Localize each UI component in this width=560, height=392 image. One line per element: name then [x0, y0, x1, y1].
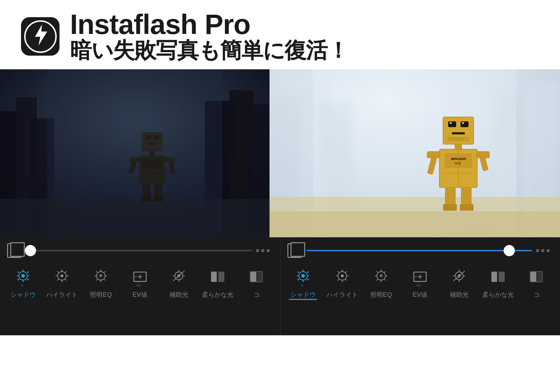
dot-r3	[547, 249, 550, 252]
svg-rect-23	[141, 196, 151, 201]
shadow-label-left: シャドウ	[10, 290, 36, 299]
tool-soft-right[interactable]: 柔らかな光	[478, 265, 517, 300]
svg-point-114	[298, 279, 299, 280]
ev-label-right: EV値	[413, 290, 427, 299]
highlight-icon-right: -	[333, 269, 351, 287]
svg-rect-34	[270, 211, 560, 237]
svg-line-75	[65, 271, 66, 273]
eq-icon-right: EQ	[372, 269, 390, 287]
fill-label-left: 補助光	[169, 290, 188, 299]
tool-contrast-right[interactable]: コ	[518, 265, 556, 300]
svg-rect-22	[154, 184, 162, 198]
tool-soft-left[interactable]: 柔らかな光	[198, 265, 237, 300]
ev-label-left: EV値	[133, 290, 147, 299]
slider-thumb-left[interactable]	[25, 245, 36, 256]
svg-point-65	[27, 272, 28, 273]
svg-text:co.jp: co.jp	[455, 161, 461, 165]
svg-rect-106	[250, 272, 256, 282]
ev-icon-left: +/-	[131, 269, 149, 287]
tools-row-right: + シャドウ	[280, 262, 560, 335]
svg-rect-159	[537, 272, 542, 282]
fill-icon-left	[170, 269, 188, 287]
dot-r1	[536, 249, 539, 252]
more-dots-left[interactable]	[256, 249, 273, 252]
tool-ev-left[interactable]: +/- EV値	[120, 265, 159, 300]
slider-track-right[interactable]	[306, 250, 532, 251]
svg-line-139	[377, 279, 378, 280]
dot-3	[267, 249, 270, 252]
svg-marker-0	[35, 24, 47, 46]
svg-rect-107	[256, 272, 262, 282]
svg-rect-14	[149, 152, 155, 156]
tool-fill-left[interactable]: 補助光	[159, 265, 198, 300]
pages-icon-right	[287, 243, 302, 258]
svg-point-62	[18, 279, 19, 280]
svg-rect-17	[130, 158, 139, 162]
svg-rect-11	[145, 135, 152, 139]
photos-row: amazon co.jp	[0, 69, 560, 237]
tool-shadow-right[interactable]: + シャドウ	[284, 265, 323, 300]
svg-rect-39	[462, 122, 464, 124]
soft-icon-left	[209, 269, 227, 287]
ui-panels-row: + シャドウ	[0, 237, 560, 335]
contrast-label-left: コ	[254, 290, 260, 299]
svg-point-118	[301, 274, 305, 278]
svg-line-128	[338, 279, 339, 280]
svg-text:EQ: EQ	[98, 275, 102, 278]
eq-label-left: 照明EQ	[90, 290, 112, 299]
svg-line-76	[57, 279, 59, 280]
svg-point-77	[61, 274, 64, 278]
svg-rect-13	[147, 143, 158, 145]
svg-line-87	[96, 279, 98, 280]
tool-highlight-right[interactable]: - ハイライト	[323, 265, 362, 300]
svg-point-129	[341, 274, 344, 278]
tool-highlight-left[interactable]: - ハイライト	[42, 265, 81, 300]
tools-row-left: + シャドウ	[0, 262, 280, 335]
tool-fill-right[interactable]: 補助光	[440, 265, 478, 300]
pages-icon-left	[7, 243, 22, 258]
svg-rect-50	[476, 152, 489, 158]
photo-before	[0, 69, 270, 237]
slider-row-left	[0, 237, 280, 262]
highlight-label-right: ハイライト	[327, 290, 358, 299]
fill-icon-right	[450, 269, 468, 287]
svg-rect-155	[491, 272, 497, 282]
tool-shadow-left[interactable]: + シャドウ	[4, 265, 42, 300]
fill-label-right: 補助光	[450, 290, 469, 299]
contrast-label-right: コ	[534, 290, 540, 299]
slider-thumb-right[interactable]	[504, 245, 515, 256]
slider-track-left[interactable]	[26, 250, 252, 251]
more-dots-right[interactable]	[536, 249, 553, 252]
svg-rect-40	[452, 132, 465, 134]
svg-rect-54	[461, 188, 471, 206]
svg-line-136	[377, 271, 378, 273]
tool-ev-right[interactable]: +/- EV値	[401, 265, 440, 300]
app-title: Instaflash Pro	[70, 10, 349, 38]
svg-rect-41	[447, 137, 469, 141]
svg-text:+/-: +/-	[416, 283, 421, 287]
svg-line-125	[338, 271, 339, 273]
svg-point-63	[27, 279, 28, 280]
tool-eq-left[interactable]: EQ 照明EQ	[82, 265, 120, 300]
svg-rect-16	[142, 159, 162, 169]
svg-line-86	[104, 271, 105, 273]
shadow-icon-left: +	[14, 269, 32, 287]
ui-panel-left: + シャドウ	[0, 237, 280, 335]
app-subtitle: 暗い失敗写真も簡単に復活！	[70, 38, 349, 62]
header-text: Instaflash Pro 暗い失敗写真も簡単に復活！	[70, 10, 349, 62]
photo-after: amazon co.jp	[270, 69, 560, 237]
soft-label-right: 柔らかな光	[482, 290, 514, 299]
svg-rect-55	[443, 204, 457, 211]
svg-text:-: -	[60, 284, 61, 287]
slider-row-right	[280, 237, 560, 262]
contrast-icon-right	[528, 269, 546, 287]
eq-label-right: 照明EQ	[370, 290, 392, 299]
svg-line-137	[384, 279, 386, 280]
tool-eq-right[interactable]: EQ 照明EQ	[362, 265, 400, 300]
svg-point-117	[307, 272, 309, 273]
shadow-label-right: シャドウ	[290, 290, 316, 299]
svg-line-73	[57, 271, 59, 273]
dot-r2	[541, 249, 544, 252]
svg-line-84	[96, 271, 98, 273]
tool-contrast-left[interactable]: コ	[237, 265, 276, 300]
